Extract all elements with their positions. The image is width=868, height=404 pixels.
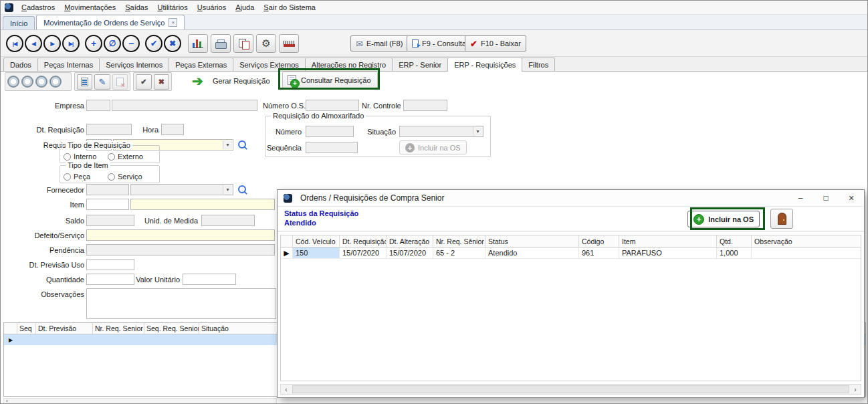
- cell-dt-alteracao[interactable]: 15/07/2020: [387, 247, 433, 258]
- tab-dados[interactable]: Dados: [3, 58, 38, 71]
- cell-qtd[interactable]: 1,000: [717, 247, 752, 258]
- fornecedor-code-field[interactable]: [86, 184, 129, 195]
- print-button[interactable]: [211, 34, 231, 53]
- nav-first-button[interactable]: |◀: [6, 35, 23, 52]
- item-code-field[interactable]: [86, 199, 129, 210]
- empresa-code-field[interactable]: [86, 100, 110, 111]
- tab-pecas-externas[interactable]: Peças Externas: [169, 58, 233, 71]
- cell-dt-requisicao[interactable]: 15/07/2020: [340, 247, 387, 258]
- edit-record-button[interactable]: ∅: [104, 35, 121, 52]
- incluir-na-os-disabled-button[interactable]: + Incluir na OS: [399, 140, 467, 155]
- menu-usuarios[interactable]: Usuários: [193, 1, 231, 13]
- f9-consulta-button[interactable]: F9 - Consulta: [407, 35, 471, 52]
- nav-next-button[interactable]: ▶: [43, 35, 61, 52]
- popup-horizontal-scrollbar[interactable]: ‹ ›: [280, 384, 861, 395]
- search-requisitante-icon[interactable]: [237, 140, 247, 150]
- settings-button[interactable]: ⚙: [256, 34, 276, 53]
- col-seq[interactable]: Seq: [17, 323, 36, 334]
- close-button[interactable]: ×: [839, 190, 864, 207]
- delete-record-button[interactable]: −: [122, 35, 140, 52]
- tab-inicio[interactable]: Início: [3, 16, 35, 29]
- chevron-down-icon[interactable]: ▾: [223, 185, 232, 194]
- cell-status[interactable]: Atendido: [485, 247, 579, 258]
- cancel-button[interactable]: ✖: [164, 35, 181, 52]
- chevron-down-icon[interactable]: ▾: [223, 140, 232, 149]
- consultar-requisicao-button[interactable]: Consultar Requisição: [282, 72, 378, 88]
- scrollbar-thumb[interactable]: [292, 385, 849, 393]
- radio-interno[interactable]: Interno: [64, 153, 96, 161]
- f10-baixar-button[interactable]: ✔ F10 - Baixar: [465, 35, 526, 52]
- record-next-button[interactable]: [35, 76, 47, 88]
- minimize-button[interactable]: –: [788, 190, 813, 207]
- numero-os-field[interactable]: [306, 100, 359, 111]
- col-nr-req-senior[interactable]: Nr. Req. Senior: [93, 323, 144, 334]
- cell-observacao[interactable]: [752, 247, 861, 258]
- exit-button[interactable]: [770, 209, 793, 229]
- empresa-name-field[interactable]: [112, 100, 257, 111]
- edit-button[interactable]: ✎: [94, 74, 110, 90]
- fornecedor-combo[interactable]: ▾: [130, 184, 233, 195]
- scroll-left-icon[interactable]: ‹: [4, 398, 10, 404]
- delete-button[interactable]: [112, 74, 128, 90]
- tab-servicos-externos[interactable]: Serviços Externos: [233, 58, 306, 71]
- popup-grid[interactable]: Cód. Veículo Dt. Requisição Dt. Alteraçã…: [280, 235, 861, 381]
- menu-cadastros[interactable]: Cadastros: [17, 1, 60, 13]
- dt-previsao-uso-field[interactable]: [86, 259, 134, 270]
- col-item[interactable]: Item: [619, 235, 717, 247]
- scroll-right-icon[interactable]: ›: [850, 386, 861, 393]
- col-seq-req-senior[interactable]: Seq. Req. Senior: [144, 323, 199, 334]
- col-dt-previsao[interactable]: Dt. Previsão: [36, 323, 93, 334]
- maximize-button[interactable]: □: [813, 190, 839, 207]
- incluir-na-os-button[interactable]: + Incluir na OS: [687, 211, 760, 227]
- table-row[interactable]: ▶ 150 15/07/2020 15/07/2020 65 - 2 Atend…: [281, 247, 861, 259]
- col-observacao[interactable]: Observação: [752, 235, 861, 247]
- popup-titlebar[interactable]: Ordens / Requisições de Compra Senior – …: [278, 190, 864, 207]
- radio-externo[interactable]: Externo: [108, 153, 143, 161]
- cell-item[interactable]: PARAFUSO: [619, 247, 717, 258]
- col-qtd[interactable]: Qtd.: [717, 235, 752, 247]
- cell-codigo[interactable]: 961: [579, 247, 619, 258]
- tab-movimentacao-os[interactable]: Movimentação de Ordens de Serviço ×: [36, 15, 185, 29]
- hora-field[interactable]: [161, 124, 184, 135]
- tab-erp-senior[interactable]: ERP - Senior: [392, 58, 448, 71]
- col-nr-req-senior[interactable]: Nr. Req. Sênior: [433, 235, 485, 247]
- main-horizontal-scrollbar[interactable]: ‹: [3, 398, 277, 404]
- saldo-field[interactable]: [86, 215, 134, 226]
- tab-servicos-internos[interactable]: Serviços Internos: [99, 58, 169, 71]
- dt-requisicao-field[interactable]: [86, 124, 132, 135]
- tab-pecas-internas[interactable]: Peças Internas: [37, 58, 100, 71]
- record-prev-button[interactable]: [21, 76, 33, 88]
- pendencia-field[interactable]: [86, 244, 275, 256]
- nr-controle-field[interactable]: [403, 100, 447, 111]
- chevron-down-icon[interactable]: ▾: [473, 127, 482, 136]
- tab-filtros[interactable]: Filtros: [522, 58, 555, 71]
- col-status[interactable]: Status: [485, 235, 579, 247]
- confirm-button[interactable]: ✔: [145, 35, 162, 52]
- chart-button[interactable]: [188, 34, 208, 53]
- col-cod-veiculo[interactable]: Cód. Veículo: [293, 235, 340, 247]
- tab-alteracoes-registro[interactable]: Alterações no Registro: [305, 58, 393, 71]
- col-dt-requisicao[interactable]: Dt. Requisição: [340, 235, 387, 247]
- cell-cod-veiculo[interactable]: 150: [293, 247, 340, 258]
- copy-button[interactable]: [233, 34, 253, 53]
- sequencia-field[interactable]: [306, 142, 358, 153]
- col-dt-alteracao[interactable]: Dt. Alteração: [387, 235, 433, 247]
- menu-saidas[interactable]: Saídas: [120, 1, 152, 13]
- barcode-button[interactable]: [279, 34, 299, 53]
- defeito-servico-field[interactable]: [86, 229, 275, 241]
- col-situacao[interactable]: Situação: [199, 323, 278, 334]
- item-desc-field[interactable]: [130, 199, 275, 210]
- new-record-button[interactable]: [77, 74, 92, 90]
- discard-button[interactable]: ✖: [154, 74, 170, 90]
- radio-servico[interactable]: Serviço: [108, 173, 142, 181]
- insert-record-button[interactable]: +: [85, 35, 102, 52]
- save-button[interactable]: ✔: [136, 74, 152, 90]
- scroll-left-icon[interactable]: ‹: [281, 386, 292, 393]
- nav-prev-button[interactable]: ◀: [25, 35, 42, 52]
- menu-movimentacoes[interactable]: Movimentações: [60, 1, 120, 13]
- tab-close-icon[interactable]: ×: [169, 18, 177, 27]
- situacao-combo[interactable]: ▾: [399, 126, 483, 137]
- record-last-button[interactable]: [49, 76, 62, 88]
- valor-unitario-field[interactable]: [183, 274, 236, 285]
- numero-field[interactable]: [306, 126, 354, 137]
